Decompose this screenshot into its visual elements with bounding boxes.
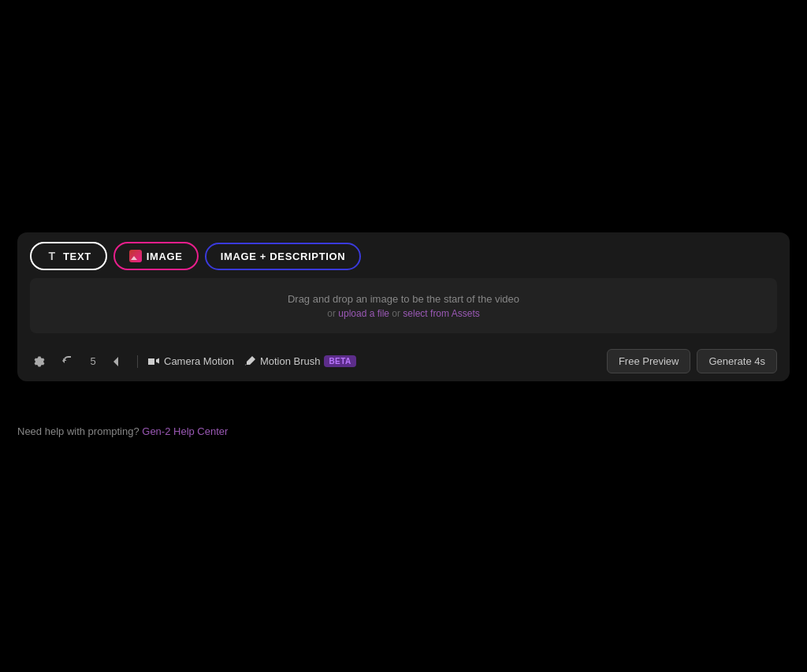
- drop-zone-or2: or: [392, 308, 403, 319]
- motion-brush-button[interactable]: Motion Brush BETA: [244, 355, 356, 368]
- select-assets-link[interactable]: select from Assets: [403, 308, 479, 319]
- camera-motion-button[interactable]: Camera Motion: [147, 355, 234, 368]
- drop-zone[interactable]: Drag and drop an image to be the start o…: [30, 278, 777, 333]
- beta-badge: BETA: [324, 355, 355, 367]
- toolbar: 5 Camera Motion: [17, 341, 790, 381]
- settings-icon: [33, 355, 46, 368]
- undo-button[interactable]: [58, 352, 77, 371]
- expand-button[interactable]: [109, 352, 128, 371]
- expand-icon: [112, 355, 125, 368]
- free-preview-button[interactable]: Free Preview: [607, 349, 691, 373]
- toolbar-left: 5 Camera Motion: [30, 352, 597, 371]
- toolbar-right: Free Preview Generate 4s: [607, 349, 777, 373]
- camera-motion-label: Camera Motion: [164, 355, 234, 367]
- image-desc-tab-label: IMAGE + DESCRIPTION: [221, 251, 346, 262]
- motion-brush-label: Motion Brush: [260, 355, 321, 367]
- image-tab-label: IMAGE: [147, 251, 183, 262]
- duration-number: 5: [87, 355, 99, 367]
- text-tab-label: TEXT: [63, 251, 91, 262]
- drop-zone-or: or: [327, 308, 338, 319]
- upload-file-link[interactable]: upload a file: [338, 308, 389, 319]
- drop-zone-links: or upload a file or select from Assets: [327, 308, 479, 319]
- drop-zone-main-text: Drag and drop an image to be the start o…: [288, 293, 519, 305]
- tabs-row: T TEXT IMAGE IMAGE + DESCRIPTION: [17, 232, 790, 270]
- help-prompt-text: Need help with prompting?: [17, 425, 139, 437]
- camera-motion-icon: [147, 355, 160, 368]
- generate-button[interactable]: Generate 4s: [697, 349, 777, 373]
- main-container: T TEXT IMAGE IMAGE + DESCRIPTION Drag an…: [17, 232, 790, 381]
- tab-image[interactable]: IMAGE: [113, 242, 199, 270]
- text-tab-icon: T: [46, 250, 58, 262]
- help-text: Need help with prompting? Gen-2 Help Cen…: [17, 425, 228, 437]
- toolbar-divider: [137, 355, 138, 368]
- motion-brush-icon: [244, 355, 256, 368]
- panel: T TEXT IMAGE IMAGE + DESCRIPTION Drag an…: [17, 232, 790, 381]
- image-tab-icon: [129, 250, 142, 262]
- tab-text[interactable]: T TEXT: [30, 242, 107, 270]
- settings-button[interactable]: [30, 352, 49, 371]
- tab-image-desc[interactable]: IMAGE + DESCRIPTION: [205, 243, 362, 270]
- undo-icon: [61, 355, 74, 368]
- help-center-link[interactable]: Gen-2 Help Center: [142, 425, 228, 437]
